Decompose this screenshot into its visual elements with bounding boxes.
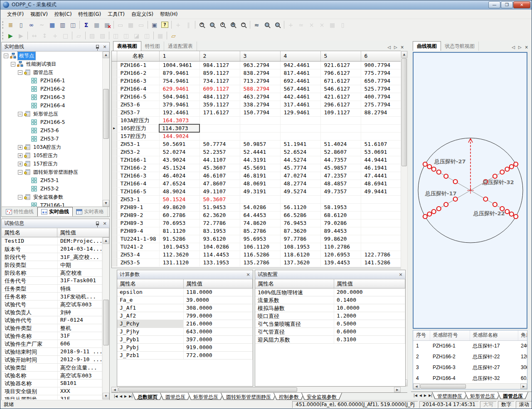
- property-row[interactable]: 试验件名称31F: [2, 332, 102, 340]
- next-sheet-icon[interactable]: ▶: [423, 394, 427, 397]
- table-cell[interactable]: 629.9461: [159, 85, 200, 93]
- table-cell[interactable]: 49.1107: [200, 187, 240, 195]
- sheet-tab[interactable]: 控制参数: [273, 393, 304, 400]
- table-cell[interactable]: 296.6127: [320, 101, 361, 108]
- table-cell[interactable]: 54.0286: [240, 203, 280, 211]
- config-tree-icon[interactable]: ≣: [6, 20, 15, 30]
- row-name[interactable]: ZH53-7: [117, 108, 159, 116]
- column-header[interactable]: 受感部符号: [430, 330, 470, 340]
- table-cell[interactable]: 47.8607: [200, 180, 240, 187]
- table-cell[interactable]: 50.3607: [200, 195, 240, 203]
- table-cell[interactable]: [320, 116, 361, 124]
- collapse-icon[interactable]: −: [18, 195, 22, 200]
- property-row[interactable]: 任务代号31F-Task001: [2, 277, 102, 285]
- sheet-tab[interactable]: 圆管总压: [498, 392, 528, 399]
- table-cell[interactable]: 53.0691: [361, 148, 401, 156]
- table-cell[interactable]: 83.1953: [200, 227, 240, 235]
- prev-sheet-icon[interactable]: ◀: [419, 394, 423, 397]
- row-name[interactable]: ZH53-4: [117, 251, 159, 259]
- tree-item[interactable]: ZH53-7: [2, 135, 109, 143]
- probe-row[interactable]: 4PZH166-4总压探针-3260.00: [413, 373, 527, 384]
- table-cell[interactable]: 734.1127: [200, 77, 240, 85]
- last-sheet-icon[interactable]: ▶|: [428, 394, 433, 397]
- table-cell[interactable]: 137.3620: [280, 259, 320, 266]
- property-row[interactable]: J_Pybj919.0000: [117, 344, 253, 352]
- table-cell[interactable]: 1004.9461: [159, 61, 200, 69]
- next-sheet-icon[interactable]: ▶: [123, 394, 128, 398]
- table-cell[interactable]: 139.4453: [320, 259, 361, 266]
- table-cell[interactable]: [240, 132, 280, 140]
- property-row[interactable]: 阶段代号31F_高空校...: [2, 253, 102, 261]
- table-cell[interactable]: 463.2794: [240, 93, 280, 101]
- table-cell[interactable]: 144.9024: [159, 132, 200, 140]
- table-cell[interactable]: 609.1127: [200, 85, 240, 93]
- menu-item-6[interactable]: 帮助(H): [157, 10, 181, 19]
- table-cell[interactable]: 359.1127: [200, 101, 240, 108]
- scroll-tabs-right-icon[interactable]: ▷: [517, 45, 523, 49]
- restore-button[interactable]: ❐: [501, 1, 513, 8]
- table-cell[interactable]: 51.1941: [280, 140, 320, 148]
- table-cell[interactable]: 671.6127: [320, 77, 361, 85]
- scroll-up-icon[interactable]: ▲: [103, 237, 109, 244]
- row-name[interactable]: PZH89-2: [117, 211, 159, 219]
- zoom-select-icon[interactable]: [262, 20, 272, 30]
- folder-icon[interactable]: ▱: [169, 31, 178, 40]
- table-cell[interactable]: 81.1120: [159, 227, 200, 235]
- table-cell[interactable]: 164.3073: [159, 116, 200, 124]
- collapse-icon[interactable]: −: [4, 54, 8, 58]
- close-icon[interactable]: ×: [397, 271, 404, 278]
- help-icon[interactable]: ?: [160, 20, 170, 30]
- table-cell[interactable]: 114.4453: [200, 251, 240, 259]
- table-cell[interactable]: [280, 132, 320, 140]
- table-cell[interactable]: 49.7357: [320, 187, 361, 195]
- table-hscrollbar[interactable]: ◀ ▶: [111, 387, 401, 392]
- table-cell[interactable]: 112.3620: [159, 251, 200, 259]
- table-cell[interactable]: 817.4461: [280, 69, 320, 77]
- close-icon[interactable]: ×: [101, 220, 108, 227]
- table-cell[interactable]: 838.2794: [240, 69, 280, 77]
- property-row[interactable]: 试验开始时间2012-9-10 ...: [2, 356, 102, 364]
- tree-item[interactable]: −圆转矩形管壁面静压: [2, 168, 109, 176]
- column-header[interactable]: 4: [280, 51, 320, 61]
- row-name[interactable]: TU241-2: [117, 243, 159, 251]
- table-cell[interactable]: 46.6107: [200, 172, 240, 180]
- table-cell[interactable]: 692.4461: [280, 77, 320, 85]
- column-header[interactable]: 角度: [518, 330, 527, 340]
- side-tab-scatter[interactable]: 特性曲线: [2, 207, 37, 217]
- table-cell[interactable]: 484.1127: [200, 93, 240, 101]
- table-cell[interactable]: 379.9461: [159, 101, 200, 108]
- waves-icon[interactable]: ≈: [252, 20, 261, 30]
- column-header[interactable]: 2: [200, 51, 240, 61]
- property-row[interactable]: 100%低压物理转速200.0000: [255, 288, 405, 296]
- table-cell[interactable]: 45.3607: [200, 164, 240, 172]
- property-row[interactable]: 任务名称31F发动机...: [2, 293, 102, 301]
- table-cell[interactable]: 45.9857: [320, 164, 361, 172]
- table-cell[interactable]: 44.9441: [361, 156, 401, 164]
- zoom-all-icon[interactable]: [273, 20, 282, 30]
- table-cell[interactable]: 106.1120: [240, 243, 280, 251]
- table-cell[interactable]: 52.2357: [200, 148, 240, 156]
- tree-item[interactable]: ZH53-2: [2, 185, 109, 193]
- table-cell[interactable]: 48.0691: [240, 180, 280, 187]
- sheet-tab[interactable]: 矩形管总压: [188, 393, 224, 400]
- new-document-icon[interactable]: ▯: [16, 20, 26, 30]
- collapse-icon[interactable]: −: [18, 70, 22, 75]
- probe-row[interactable]: 1PZH166-1总压探针-17240.0: [413, 340, 527, 351]
- run-icon[interactable]: ▶: [6, 31, 15, 40]
- row-name[interactable]: TZH166-3: [117, 172, 159, 180]
- table-cell[interactable]: 60.2786: [159, 211, 200, 219]
- property-row[interactable]: TestIDDEM:Projec...: [2, 237, 102, 245]
- table-cell[interactable]: 64.4453: [240, 211, 280, 219]
- table-cell[interactable]: [361, 211, 401, 219]
- row-name[interactable]: PZH89-4: [117, 227, 159, 235]
- table-cell[interactable]: 48.9024: [159, 187, 200, 195]
- scroll-up-icon[interactable]: ▲: [401, 51, 407, 58]
- table-cell[interactable]: [320, 195, 361, 203]
- property-row[interactable]: J_Af1308.0000: [117, 304, 253, 312]
- table-cell[interactable]: 46.8191: [240, 172, 280, 180]
- table-cell[interactable]: 45.5691: [240, 164, 280, 172]
- table-cell[interactable]: 49.5274: [280, 187, 320, 195]
- side-tab-curve[interactable]: 实时曲线: [37, 207, 73, 217]
- table-cell[interactable]: [200, 132, 240, 140]
- table-cell[interactable]: 72.7786: [200, 219, 240, 227]
